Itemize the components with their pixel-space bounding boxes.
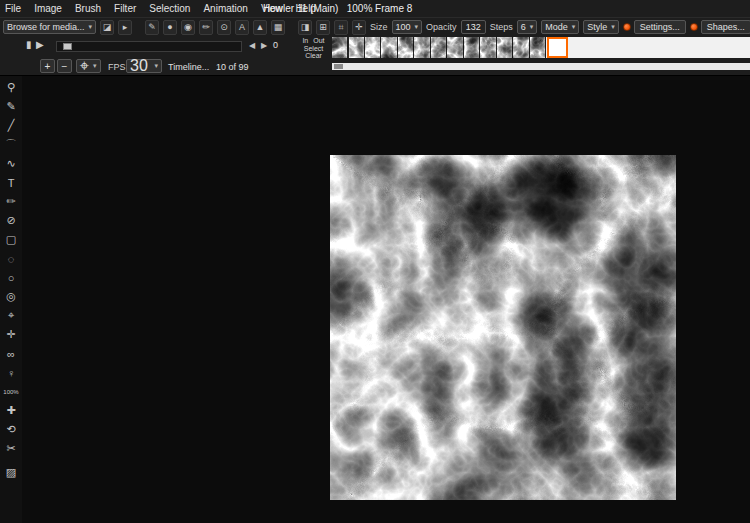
lasso-tool[interactable]: ○ [2,269,20,286]
browse-media-label: Browse for media... [7,22,85,32]
link-icon: ∞ [7,348,15,360]
timeline-button[interactable]: Timeline... [168,62,209,72]
style-dropdown[interactable]: Style ▾ [583,20,619,34]
app-header: File Image Brush Filter Selection Animat… [0,0,750,76]
marker-dropdown[interactable]: ⌖ ▾ [76,59,101,73]
settings-indicator-icon [623,23,631,31]
plasma-texture [330,155,676,500]
filmstrip[interactable] [332,37,750,58]
pencil-icon[interactable]: ✏ [199,20,213,35]
pen-tool[interactable]: ✏ [2,193,20,210]
brush-icon: ✎ [6,100,15,113]
cut-tool[interactable]: ✂ [2,440,20,457]
mirror-tool[interactable]: ♀ [2,364,20,381]
select-button[interactable]: Select [304,45,323,52]
move-icon[interactable]: ✛ [352,20,366,35]
line-tool[interactable]: ╱ [2,117,20,134]
chevron-down-icon: ▾ [93,62,97,70]
clip-start-icon[interactable]: ▮ [26,39,32,50]
no-draw-tool[interactable]: ⊘ [2,212,20,229]
text-icon[interactable]: A [235,20,249,35]
crosshair-icon: ✚ [6,404,15,417]
pattern-icon[interactable]: ▦ [271,20,285,35]
clear-button[interactable]: Clear [305,52,322,59]
gradient-icon[interactable]: ◨ [298,20,312,35]
curve-icon: ∿ [6,157,15,170]
zoom-tool[interactable]: ◎ [2,288,20,305]
opacity-field[interactable]: 132 [461,20,486,34]
remove-frame-button[interactable]: − [57,59,72,73]
frame-counter: 10 of 99 [216,62,249,72]
shapes-button[interactable]: Shapes... [701,20,750,34]
menu-selection[interactable]: Selection [149,3,190,14]
tile-icon[interactable]: ⊞ [316,20,330,35]
size-dropdown[interactable]: 100 ▾ [392,20,423,34]
steps-label: Steps [490,22,513,32]
chevron-down-icon: ▾ [572,23,576,31]
play-button[interactable]: ▶ [36,39,44,50]
mode-dropdown[interactable]: Mode ▾ [541,20,579,34]
artwork-image[interactable] [330,155,676,500]
steps-value: 6 [521,22,526,32]
settings-button[interactable]: Settings... [634,20,686,34]
in-button[interactable]: In [302,37,308,45]
chevron-down-icon: ▾ [530,23,534,31]
current-frame-marker[interactable] [547,37,568,58]
arc-tool[interactable]: ⌒ [2,136,20,153]
size-value: 100 [396,22,411,32]
position-slider[interactable] [56,41,242,52]
color-swatch[interactable]: ◪ [100,20,114,35]
timeline-scrollbar[interactable] [332,63,750,70]
eye-icon[interactable]: ◉ [181,20,195,35]
zoom-100-button[interactable]: 100% [2,383,20,400]
text-icon: T [8,177,15,189]
pin-icon: ⚲ [7,81,15,94]
text-tool[interactable]: T [2,174,20,191]
gradient-tool[interactable]: ▨ [2,464,20,481]
crosshair-tool[interactable]: ✚ [2,402,20,419]
fps-dropdown[interactable]: 30 ▾ [126,59,162,73]
frame-next-button[interactable]: ▶ [261,41,267,50]
no-symbol-icon: ⊘ [6,214,15,227]
menu-file[interactable]: File [5,3,21,14]
menu-image[interactable]: Image [34,3,62,14]
rect-select-tool[interactable]: ▢ [2,231,20,248]
play-media-icon[interactable]: ▸ [118,20,132,35]
menu-filter[interactable]: Filter [114,3,136,14]
frame-prev-button[interactable]: ◀ [249,41,255,50]
out-button[interactable]: Out [313,37,324,45]
position-slider-handle[interactable] [63,43,72,50]
pin-tool[interactable]: ⚲ [2,79,20,96]
curve-tool[interactable]: ∿ [2,155,20,172]
steps-dropdown[interactable]: 6 ▾ [517,20,538,34]
brush-tool[interactable]: ✎ [2,98,20,115]
grid-icon[interactable]: ⌗ [334,20,348,35]
frame-separators [332,37,546,58]
undo-brush-tool[interactable]: ⟲ [2,421,20,438]
ellipse-select-icon: ◌ [8,253,15,265]
pen-icon[interactable]: ✎ [145,20,159,35]
eyedropper-icon: ⌖ [8,309,14,322]
timeline-scrollbar-thumb[interactable] [334,64,343,69]
link-tool[interactable]: ∞ [2,345,20,362]
eyedropper-tool[interactable]: ⌖ [2,307,20,324]
airbrush-icon[interactable]: ⊙ [217,20,231,35]
browse-media-dropdown[interactable]: Browse for media... ▾ [3,20,96,34]
window-title: Howler 11 (Main) 100% Frame 8 [263,3,412,14]
ellipse-select-tool[interactable]: ◌ [2,250,20,267]
arc-icon: ⌒ [6,137,17,152]
pan-tool[interactable]: ✛ [2,326,20,343]
opacity-value: 132 [466,22,481,32]
menu-animation[interactable]: Animation [203,3,247,14]
marker-pin-icon: ⌖ [80,57,89,75]
add-frame-button[interactable]: + [40,59,55,73]
line-icon: ╱ [8,119,15,132]
round-brush-icon[interactable]: ● [163,20,177,35]
shapes-indicator-icon [690,23,698,31]
fps-value: 30 [130,57,148,75]
canvas-area[interactable] [22,76,750,523]
menu-brush[interactable]: Brush [75,3,101,14]
polygon-icon[interactable]: ▲ [253,20,267,35]
style-label: Style [587,22,607,32]
magnifier-icon: ◎ [6,290,16,303]
